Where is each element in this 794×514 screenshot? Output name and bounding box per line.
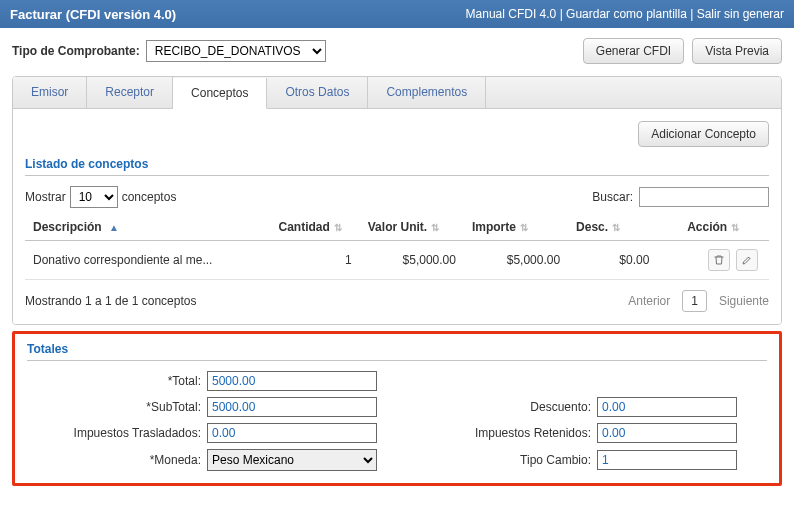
- cell-importe: $5,000.00: [464, 241, 568, 280]
- sort-icon: ⇅: [334, 222, 342, 233]
- cell-descripcion: Donativo correspondiente al me...: [25, 241, 271, 280]
- adicionar-concepto-button[interactable]: Adicionar Concepto: [638, 121, 769, 147]
- delete-icon[interactable]: [708, 249, 730, 271]
- lbl-trasladados: Impuestos Trasladados:: [27, 426, 207, 440]
- search-input[interactable]: [639, 187, 769, 207]
- input-subtotal[interactable]: [207, 397, 377, 417]
- input-total[interactable]: [207, 371, 377, 391]
- pager-next[interactable]: Siguiente: [719, 294, 769, 308]
- input-tipo-cambio[interactable]: [597, 450, 737, 470]
- vista-previa-button[interactable]: Vista Previa: [692, 38, 782, 64]
- lbl-subtotal: *SubTotal:: [27, 400, 207, 414]
- col-cantidad[interactable]: Cantidad⇅: [271, 214, 360, 241]
- totales-panel: Totales *Total: *SubTotal: Descuento: Im…: [12, 331, 782, 486]
- pager-page[interactable]: 1: [682, 290, 707, 312]
- input-trasladados[interactable]: [207, 423, 377, 443]
- tab-bar: Emisor Receptor Conceptos Otros Datos Co…: [13, 77, 781, 109]
- page-size-select[interactable]: 10: [70, 186, 118, 208]
- lbl-tipo-cambio: Tipo Cambio:: [467, 453, 597, 467]
- main-panel: Emisor Receptor Conceptos Otros Datos Co…: [12, 76, 782, 325]
- sort-icon: ⇅: [520, 222, 528, 233]
- sort-icon: ⇅: [431, 222, 439, 233]
- table-row: Donativo correspondiente al me... 1 $5,0…: [25, 241, 769, 280]
- tipo-comprobante-select[interactable]: RECIBO_DE_DONATIVOS: [146, 40, 326, 62]
- input-retenidos[interactable]: [597, 423, 737, 443]
- link-save-template[interactable]: Guardar como plantilla: [566, 7, 687, 21]
- listado-title: Listado de conceptos: [25, 157, 769, 176]
- generar-cfdi-button[interactable]: Generar CFDI: [583, 38, 684, 64]
- col-accion[interactable]: Acción⇅: [657, 214, 769, 241]
- lbl-descuento: Descuento:: [467, 400, 597, 414]
- top-row: Tipo de Comprobante: RECIBO_DE_DONATIVOS…: [0, 28, 794, 70]
- tab-emisor[interactable]: Emisor: [13, 77, 87, 108]
- col-desc[interactable]: Desc.⇅: [568, 214, 657, 241]
- select-moneda[interactable]: Peso Mexicano: [207, 449, 377, 471]
- cell-cantidad: 1: [271, 241, 360, 280]
- lbl-retenidos: Impuestos Retenidos:: [467, 426, 597, 440]
- pager-info: Mostrando 1 a 1 de 1 conceptos: [25, 294, 196, 308]
- tab-complementos[interactable]: Complementos: [368, 77, 486, 108]
- tab-conceptos[interactable]: Conceptos: [173, 78, 267, 109]
- col-descripcion[interactable]: Descripción ▲: [25, 214, 271, 241]
- lbl-moneda: *Moneda:: [27, 453, 207, 467]
- tab-receptor[interactable]: Receptor: [87, 77, 173, 108]
- link-manual[interactable]: Manual CFDI 4.0: [466, 7, 557, 21]
- col-valor-unit[interactable]: Valor Unit.⇅: [360, 214, 464, 241]
- pager-prev[interactable]: Anterior: [628, 294, 670, 308]
- totales-title: Totales: [27, 342, 767, 361]
- cell-desc: $0.00: [568, 241, 657, 280]
- tipo-label: Tipo de Comprobante:: [12, 44, 140, 58]
- input-descuento[interactable]: [597, 397, 737, 417]
- buscar-label: Buscar:: [592, 190, 633, 204]
- conceptos-table: Descripción ▲ Cantidad⇅ Valor Unit.⇅ Imp…: [25, 214, 769, 280]
- header-links: Manual CFDI 4.0 | Guardar como plantilla…: [466, 7, 784, 21]
- sort-icon: ⇅: [612, 222, 620, 233]
- link-exit[interactable]: Salir sin generar: [697, 7, 784, 21]
- cell-valor-unit: $5,000.00: [360, 241, 464, 280]
- tab-otros-datos[interactable]: Otros Datos: [267, 77, 368, 108]
- sort-icon: ⇅: [731, 222, 739, 233]
- mostrar-post: conceptos: [122, 190, 177, 204]
- mostrar-pre: Mostrar: [25, 190, 66, 204]
- window-header: Facturar (CFDI versión 4.0) Manual CFDI …: [0, 0, 794, 28]
- window-title: Facturar (CFDI versión 4.0): [10, 7, 176, 22]
- edit-icon[interactable]: [736, 249, 758, 271]
- cell-acciones: [657, 241, 769, 280]
- sort-asc-icon: ▲: [109, 222, 119, 233]
- col-importe[interactable]: Importe⇅: [464, 214, 568, 241]
- lbl-total: *Total:: [27, 374, 207, 388]
